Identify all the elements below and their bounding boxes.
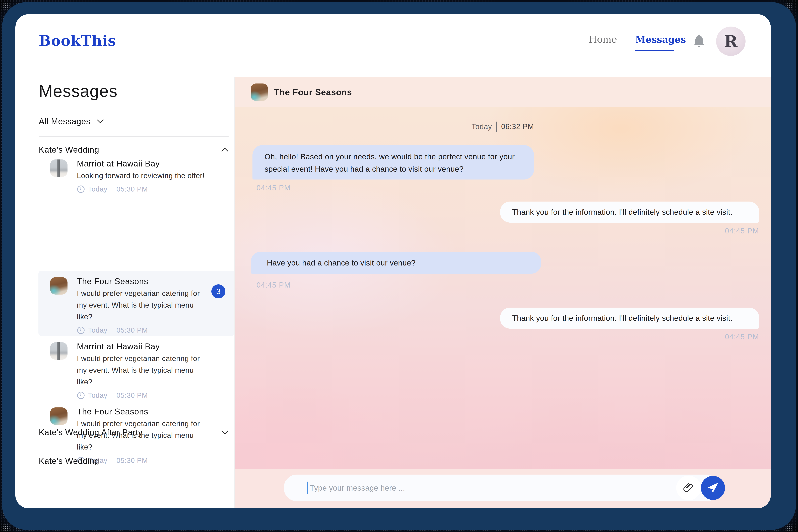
chat-date-divider: Today 06:32 PM — [235, 121, 771, 132]
message-timestamp: 04:45 PM — [257, 281, 291, 289]
chat-partner-name: The Four Seasons — [274, 87, 352, 97]
venue-thumbnail-marriot — [50, 342, 68, 360]
text-cursor — [307, 481, 308, 494]
message-text: Have you had a chance to visit our venue… — [267, 259, 415, 267]
chevron-down-icon — [97, 119, 104, 124]
chevron-down-icon — [221, 430, 228, 435]
user-avatar-initial: R — [724, 32, 738, 51]
conversation-date: Today — [88, 326, 108, 334]
app-window: BookThis Home Messages R Messages All Me… — [15, 14, 771, 508]
chat-date-label: Today — [471, 122, 492, 131]
outgoing-message-bubble: Thank you for the information. I'll defi… — [500, 202, 759, 223]
section-kates-wedding[interactable]: Kate's Wedding — [39, 145, 228, 155]
unread-count-badge: 3 — [211, 284, 225, 298]
section-label: Kate's Wedding — [39, 456, 99, 465]
message-text: Oh, hello! Based on your needs, we would… — [264, 152, 515, 173]
nav-messages[interactable]: Messages — [635, 34, 686, 45]
conversation-name: The Four Seasons — [77, 277, 148, 286]
conversation-date: Today — [88, 185, 108, 193]
message-input-band — [235, 469, 771, 508]
nav-home[interactable]: Home — [589, 34, 617, 45]
messages-filter-label: All Messages — [39, 117, 90, 126]
message-timestamp: 04:45 PM — [500, 332, 759, 341]
conversation-preview: I would prefer vegetarian catering for m… — [77, 287, 209, 323]
outgoing-message-bubble: Thank you for the information. I'll defi… — [500, 308, 759, 329]
venue-thumbnail-fourseasons — [50, 407, 68, 425]
chat-message-area: Today 06:32 PM Oh, hello! Based on your … — [235, 107, 771, 469]
conversation-fourseasons-1[interactable]: The Four Seasons I would prefer vegetari… — [15, 276, 235, 341]
app-logo: BookThis — [39, 32, 116, 49]
send-plane-icon — [707, 482, 719, 494]
conversation-name: Marriot at Hawaii Bay — [77, 159, 160, 169]
incoming-message-bubble: Oh, hello! Based on your needs, we would… — [253, 145, 534, 179]
message-text: Thank you for the information. I'll defi… — [512, 208, 732, 216]
sidebar-title: Messages — [39, 81, 118, 101]
messages-sidebar: Messages All Messages Kate's Wedding Mar… — [15, 77, 235, 508]
meta-separator — [112, 391, 112, 400]
message-input[interactable] — [310, 475, 627, 501]
conversation-name: Marriot at Hawaii Bay — [77, 342, 160, 351]
conversation-time: 05:30 PM — [116, 185, 148, 193]
incoming-message-bubble: Have you had a chance to visit our venue… — [251, 252, 541, 274]
message-timestamp: 04:45 PM — [257, 184, 291, 192]
clock-icon — [77, 392, 85, 399]
attach-file-button[interactable] — [676, 476, 701, 500]
conversation-time: 05:30 PM — [116, 326, 148, 334]
section-kates-wedding-after-party[interactable]: Kate's Wedding After Party — [39, 428, 228, 437]
send-button[interactable] — [701, 476, 725, 500]
conversation-marriot-2[interactable]: Marriot at Hawaii Bay I would prefer veg… — [15, 341, 235, 406]
chevron-up-icon — [221, 148, 228, 152]
conversation-marriot-1[interactable]: Marriot at Hawaii Bay Looking forward to… — [15, 158, 235, 213]
section-label: Kate's Wedding After Party — [39, 428, 143, 437]
paperclip-icon — [683, 482, 694, 494]
message-input-container[interactable] — [284, 475, 720, 501]
clock-icon — [77, 326, 85, 334]
user-avatar[interactable]: R — [716, 26, 745, 56]
conversation-time: 05:30 PM — [116, 392, 148, 399]
message-timestamp: 04:45 PM — [500, 227, 759, 235]
section-clipped[interactable]: Kate's Wedding — [39, 456, 228, 465]
messages-filter-dropdown[interactable]: All Messages — [39, 117, 104, 126]
conversation-preview: I would prefer vegetarian catering for m… — [77, 353, 209, 388]
nav-messages-active-underline — [635, 50, 674, 51]
message-text: Thank you for the information. I'll defi… — [512, 314, 732, 322]
section-label: Kate's Wedding — [39, 145, 99, 155]
chat-partner-avatar — [250, 83, 268, 101]
date-separator — [496, 121, 497, 132]
sidebar-divider — [39, 136, 228, 137]
conversation-name: The Four Seasons — [77, 407, 148, 416]
notification-bell-icon[interactable] — [692, 34, 706, 49]
venue-thumbnail-marriot — [50, 159, 68, 177]
chat-panel: The Four Seasons Today 06:32 PM Oh, hell… — [235, 77, 771, 508]
meta-separator — [112, 185, 112, 194]
conversation-date: Today — [88, 392, 108, 399]
sidebar-divider — [39, 443, 228, 443]
meta-separator — [112, 326, 112, 335]
chat-date-time: 06:32 PM — [501, 122, 534, 131]
chat-header: The Four Seasons — [235, 77, 771, 107]
conversation-preview: Looking forward to reviewing the offer! — [77, 170, 209, 182]
venue-thumbnail-fourseasons — [50, 277, 68, 294]
clock-icon — [77, 185, 85, 193]
